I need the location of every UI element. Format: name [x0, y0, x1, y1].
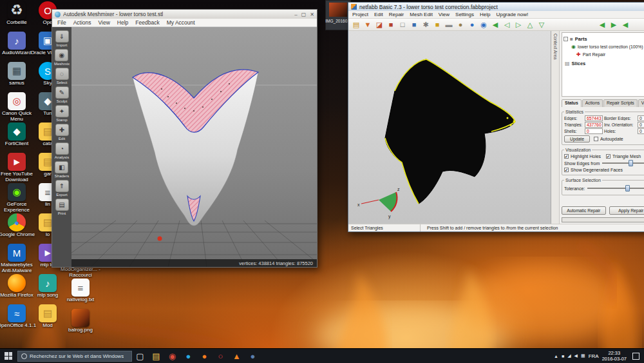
- tool-select[interactable]: ◌ Select: [55, 68, 69, 84]
- system-icon[interactable]: ■: [562, 354, 564, 358]
- highlight-holes-checkbox[interactable]: ✔ Highlight Holes: [564, 154, 601, 159]
- action-center-icon[interactable]: [632, 353, 639, 360]
- menu-item[interactable]: Actions: [73, 19, 91, 26]
- tool-analysis[interactable]: ◔ Analysis: [55, 142, 69, 159]
- visualization-group: Visualization ✔ Highlight Holes ✔ Triang…: [562, 148, 644, 175]
- tool-edit[interactable]: ✚ Edit: [55, 124, 69, 141]
- steam-icon[interactable]: ●: [245, 349, 261, 363]
- network-icon[interactable]: ◢: [567, 353, 571, 358]
- cube-outline-icon[interactable]: □: [397, 19, 408, 30]
- settings-icon[interactable]: ✱: [421, 19, 431, 30]
- open-project-icon[interactable]: ▤: [351, 19, 361, 30]
- tree-slices-label[interactable]: Slices: [572, 61, 586, 66]
- shortcut-balrog[interactable]: balrog.png: [60, 309, 101, 339]
- tab-actions[interactable]: Actions: [582, 99, 603, 107]
- tree-parts-label[interactable]: Parts: [575, 36, 587, 42]
- menu-item[interactable]: Help: [117, 19, 128, 26]
- background-image-window[interactable]: IMG_20160...: [325, 0, 351, 30]
- start-button[interactable]: [0, 349, 17, 363]
- statistics-row: Shells: 0 Holes: 0: [564, 128, 644, 134]
- hidden-icons-chevron[interactable]: ▲: [554, 354, 558, 358]
- tool-stamp[interactable]: ✦ Stamp: [55, 105, 69, 122]
- minimize-button[interactable]: –: [294, 12, 297, 17]
- forticlient-icon: ◆: [8, 123, 26, 141]
- menu-item[interactable]: Project: [352, 12, 368, 17]
- automatic-repair-button[interactable]: Automatic Repair: [562, 206, 606, 215]
- select-triangles-icon[interactable]: ◀: [490, 19, 500, 30]
- save-project-icon[interactable]: ▼: [363, 19, 373, 30]
- shortcut-nativelog[interactable]: ≡ nativelog.txt: [60, 279, 101, 309]
- close-button[interactable]: ✕: [310, 12, 314, 17]
- firefox-icon[interactable]: ●: [196, 349, 213, 363]
- zoom-icon[interactable]: ●: [467, 19, 477, 30]
- skype-icon[interactable]: ●: [180, 349, 196, 363]
- cube-blue-icon[interactable]: ■: [409, 19, 419, 30]
- menu-item[interactable]: Edit: [374, 12, 383, 17]
- menu-item[interactable]: Upgrade now!: [496, 12, 528, 17]
- tool-icon: ◉: [55, 49, 68, 61]
- menu-item[interactable]: My Account: [167, 19, 195, 26]
- touch-icon[interactable]: ▦: [581, 353, 585, 358]
- menu-item[interactable]: File: [57, 19, 66, 26]
- menu-item[interactable]: View: [99, 19, 110, 26]
- show-edges-slider[interactable]: [602, 160, 644, 166]
- netfabb-titlebar[interactable]: netfabb Basic 7.3 - lower torso test cor…: [348, 3, 644, 11]
- menu-item[interactable]: Help: [480, 12, 490, 17]
- tree-repair-label[interactable]: Part Repair: [583, 52, 605, 57]
- taskbar: Recherchez sur le Web et dans Windows ▢ …: [0, 348, 644, 363]
- menu-item[interactable]: Feedback: [135, 19, 159, 26]
- tab-view[interactable]: View: [638, 99, 644, 107]
- tree-part-label[interactable]: lower torso test correction (100%): [578, 44, 643, 49]
- tab-status[interactable]: Status: [562, 99, 582, 107]
- apply-repair-button[interactable]: Apply Repair: [609, 206, 644, 215]
- tab-repair-scripts[interactable]: Repair Scripts: [603, 99, 638, 107]
- view-bottom-icon[interactable]: ▽: [536, 19, 547, 30]
- rotate-left-icon[interactable]: ◀: [597, 19, 607, 30]
- platform-icon[interactable]: ▬: [444, 19, 454, 30]
- cube-red-icon[interactable]: ■: [386, 19, 396, 30]
- view-right-icon[interactable]: ▷: [513, 19, 524, 30]
- view-top-icon[interactable]: △: [525, 19, 535, 30]
- sphere-icon[interactable]: ●: [455, 19, 466, 30]
- tool-meshmix[interactable]: ◉ Meshmix: [54, 49, 70, 66]
- task-view-icon[interactable]: ▢: [132, 349, 148, 363]
- rotate-right-icon[interactable]: ▶: [609, 19, 619, 30]
- tool-export[interactable]: ⇑ Export: [55, 180, 69, 197]
- stat-label: Edges:: [564, 116, 583, 121]
- tool-print[interactable]: ▤ Print: [55, 199, 69, 215]
- visibility-eye-icon[interactable]: ◉: [571, 44, 576, 50]
- taskbar-clock[interactable]: 22:33 2016-03-07: [602, 350, 627, 362]
- tree-expander[interactable]: -: [564, 37, 568, 41]
- add-part-icon[interactable]: ◪: [374, 19, 384, 30]
- maximize-button[interactable]: ▢: [301, 12, 307, 17]
- netfabb-3d-viewport[interactable]: x z y: [348, 31, 551, 224]
- slider-knob[interactable]: [625, 185, 630, 191]
- menu-item[interactable]: View: [439, 12, 450, 17]
- autoupdate-checkbox[interactable]: Autoupdate: [594, 137, 623, 141]
- tolerance-slider[interactable]: [587, 185, 644, 191]
- view-left-icon[interactable]: ◁: [502, 19, 512, 30]
- fit-view-icon[interactable]: ◀: [620, 19, 630, 30]
- file-explorer-icon[interactable]: ▤: [148, 349, 164, 363]
- taskbar-search-box[interactable]: Recherchez sur le Web et dans Windows: [17, 351, 132, 362]
- tool-shaders[interactable]: ◧ Shaders: [55, 161, 69, 178]
- update-button[interactable]: Update: [564, 135, 590, 142]
- zoom-window-icon[interactable]: ◉: [478, 19, 489, 30]
- tool-import[interactable]: ⇓ Import: [55, 30, 69, 47]
- chrome-icon[interactable]: ◉: [164, 349, 180, 363]
- menu-item[interactable]: Mesh Edit: [410, 12, 433, 17]
- show-degenerated-faces-checkbox[interactable]: ✔ Show Degenerated Faces: [564, 168, 623, 172]
- meshmixer-titlebar[interactable]: Autodesk Meshmixer - lower torso test.st…: [52, 10, 317, 19]
- menu-item[interactable]: Repair: [389, 12, 404, 17]
- vlc-icon[interactable]: ▲: [229, 349, 245, 363]
- triangle-mesh-checkbox[interactable]: ✔ Triangle Mesh: [606, 154, 641, 159]
- slider-knob[interactable]: [629, 160, 633, 166]
- meshmixer-3d-viewport[interactable]: vertices: 438814 triangles: 875520: [71, 27, 317, 267]
- opera-icon[interactable]: ○: [213, 349, 229, 363]
- cube-yellow-icon[interactable]: ■: [432, 19, 442, 30]
- language-indicator[interactable]: FRA: [589, 353, 599, 359]
- menu-item[interactable]: Settings: [455, 12, 474, 17]
- tool-sculpt[interactable]: ✎ Sculpt: [55, 86, 69, 103]
- visualization-legend: Visualization: [564, 148, 592, 152]
- volume-icon[interactable]: ◀: [574, 353, 578, 358]
